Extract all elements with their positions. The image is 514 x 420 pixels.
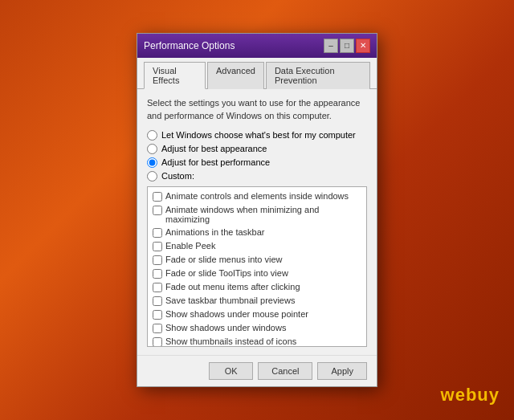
minimize-button[interactable]: – xyxy=(324,39,338,53)
description-text: Select the settings you want to use for … xyxy=(147,97,367,122)
checkbox-label-5: Fade or slide ToolTips into view xyxy=(165,268,288,278)
checkbox-label-1: Animate windows when minimizing and maxi… xyxy=(165,205,361,224)
ok-button[interactable]: OK xyxy=(209,362,253,380)
title-bar: Performance Options – □ ✕ xyxy=(137,34,377,58)
dialog-title: Performance Options xyxy=(144,40,235,51)
checkbox-item-7[interactable]: Save taskbar thumbnail previews xyxy=(151,295,363,307)
dialog-content: Select the settings you want to use for … xyxy=(137,89,377,355)
checkbox-input-9[interactable] xyxy=(153,324,162,333)
checkbox-label-0: Animate controls and elements inside win… xyxy=(165,191,349,201)
apply-button[interactable]: Apply xyxy=(317,362,367,380)
radio-best-performance[interactable]: Adjust for best performance xyxy=(147,157,367,168)
radio-let-windows[interactable]: Let Windows choose what's best for my co… xyxy=(147,130,367,141)
checkbox-item-9[interactable]: Show shadows under windows xyxy=(151,322,363,334)
radio-custom-input[interactable] xyxy=(147,171,157,181)
checkbox-label-10: Show thumbnails instead of icons xyxy=(165,336,296,346)
radio-best-appearance[interactable]: Adjust for best appearance xyxy=(147,144,367,154)
checkbox-item-0[interactable]: Animate controls and elements inside win… xyxy=(151,190,363,202)
radio-best-performance-input[interactable] xyxy=(147,157,157,168)
checkbox-item-10[interactable]: Show thumbnails instead of icons xyxy=(151,336,363,347)
tab-advanced[interactable]: Advanced xyxy=(207,62,264,89)
title-bar-buttons: – □ ✕ xyxy=(324,39,370,53)
checkbox-input-3[interactable] xyxy=(153,242,162,251)
radio-custom-label: Custom: xyxy=(161,171,194,181)
checkbox-label-3: Enable Peek xyxy=(165,241,215,251)
checkbox-input-0[interactable] xyxy=(153,192,162,202)
close-button[interactable]: ✕ xyxy=(356,39,370,53)
checkbox-input-2[interactable] xyxy=(153,228,162,238)
checkbox-item-5[interactable]: Fade or slide ToolTips into view xyxy=(151,267,363,279)
radio-let-windows-label: Let Windows choose what's best for my co… xyxy=(161,130,356,140)
maximize-button[interactable]: □ xyxy=(340,39,354,53)
checkbox-input-8[interactable] xyxy=(153,310,162,320)
cancel-button[interactable]: Cancel xyxy=(258,362,312,380)
checkbox-input-6[interactable] xyxy=(153,283,162,292)
checkbox-input-1[interactable] xyxy=(153,206,162,215)
checkbox-label-2: Animations in the taskbar xyxy=(165,227,265,237)
tab-bar: Visual Effects Advanced Data Execution P… xyxy=(137,58,377,89)
button-bar: OK Cancel Apply xyxy=(137,355,377,386)
checkbox-item-3[interactable]: Enable Peek xyxy=(151,240,363,252)
watermark-pre: we xyxy=(441,385,466,405)
radio-let-windows-input[interactable] xyxy=(147,130,157,141)
checkbox-input-7[interactable] xyxy=(153,296,162,306)
radio-custom[interactable]: Custom: xyxy=(147,171,367,181)
checkbox-item-6[interactable]: Fade out menu items after clicking xyxy=(151,281,363,293)
checkbox-label-7: Save taskbar thumbnail previews xyxy=(165,296,295,305)
checkbox-label-9: Show shadows under windows xyxy=(165,323,286,332)
checkbox-input-10[interactable] xyxy=(153,337,162,347)
radio-best-appearance-label: Adjust for best appearance xyxy=(161,144,267,153)
checkbox-label-6: Fade out menu items after clicking xyxy=(165,282,300,292)
visual-effects-list[interactable]: Animate controls and elements inside win… xyxy=(147,186,367,347)
checkbox-item-4[interactable]: Fade or slide menus into view xyxy=(151,254,363,266)
checkbox-item-2[interactable]: Animations in the taskbar xyxy=(151,226,363,239)
checkbox-label-8: Show shadows under mouse pointer xyxy=(165,309,308,319)
checkbox-item-1[interactable]: Animate windows when minimizing and maxi… xyxy=(151,204,363,225)
tab-visual-effects[interactable]: Visual Effects xyxy=(144,62,206,89)
watermark: webuy xyxy=(441,385,500,406)
performance-options-dialog: Performance Options – □ ✕ Visual Effects… xyxy=(137,33,377,387)
watermark-highlight: buy xyxy=(466,385,500,405)
radio-group: Let Windows choose what's best for my co… xyxy=(147,130,367,181)
radio-best-appearance-input[interactable] xyxy=(147,144,157,154)
checkbox-input-5[interactable] xyxy=(153,269,162,279)
checkbox-item-8[interactable]: Show shadows under mouse pointer xyxy=(151,308,363,320)
checkbox-input-4[interactable] xyxy=(153,255,162,265)
checkbox-label-4: Fade or slide menus into view xyxy=(165,255,283,264)
radio-best-performance-label: Adjust for best performance xyxy=(161,157,270,167)
tab-data-execution[interactable]: Data Execution Prevention xyxy=(266,62,370,89)
